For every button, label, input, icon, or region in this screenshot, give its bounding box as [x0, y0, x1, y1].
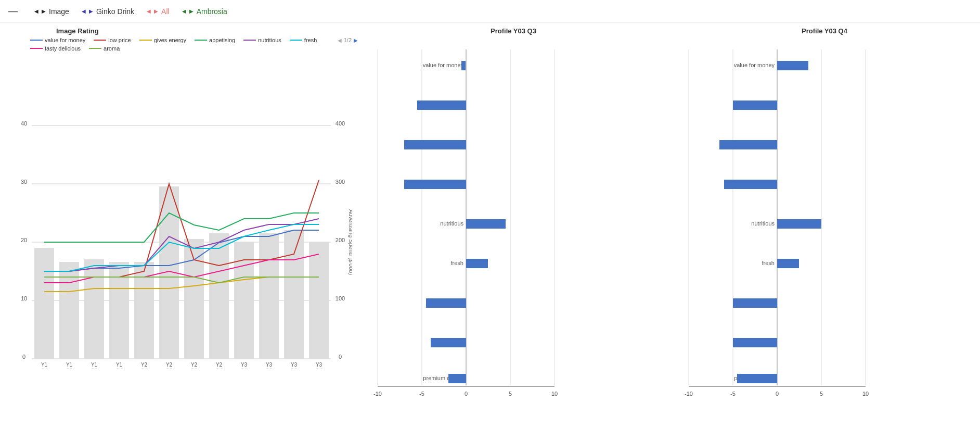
- legend-nutritious: nutritious: [243, 37, 281, 43]
- all-nav: ◀ ▶ All: [147, 7, 170, 16]
- legend-tasty-delicious: tasty delicious: [30, 45, 81, 52]
- x-label-y3q1: Y3: [241, 362, 248, 368]
- bar-y3q3: [284, 230, 304, 359]
- bar-q3-4: [404, 180, 466, 189]
- ginko-nav: ◀ ▶ Ginko Drink: [82, 7, 134, 16]
- bar-y3q2: [259, 233, 279, 359]
- bar-y1q1: [34, 248, 54, 359]
- line-chart-svg: 0 10 20 30 40 0 100 200 300 400 Advertis…: [8, 57, 352, 369]
- bar-q3-3: [404, 140, 466, 149]
- legend-aroma: aroma: [89, 45, 120, 52]
- bar-q4-5: [777, 219, 821, 229]
- x-label-y2q1: Y2: [141, 362, 148, 368]
- bar-q4-3: [719, 140, 777, 149]
- legend-appetising: appetising: [195, 37, 235, 43]
- bar-q3-1: [461, 61, 466, 70]
- y-right-400: 400: [336, 120, 345, 127]
- bar-q4-7: [733, 298, 777, 308]
- image-prev-arrow[interactable]: ◀: [34, 8, 38, 14]
- x-q4-minus10: -10: [685, 391, 693, 397]
- right-panel: Profile Y03 Q3 -10 -5 0 5 10: [362, 27, 976, 423]
- x-label-y3q3b: Q3: [290, 368, 298, 369]
- bar-q4-4: [724, 180, 777, 189]
- bar-q4-1: [777, 61, 808, 70]
- bar-q3-8: [431, 338, 466, 347]
- profile-q4-svg: -10 -5 0 5 10 value for money low price …: [673, 39, 954, 409]
- profile-y03q4: Profile Y03 Q4 -10 -5 0 5 10 value for m…: [673, 27, 976, 423]
- ambrosia-nav: ◀ ▶ Ambrosia: [182, 7, 227, 16]
- chart-title: Image Rating: [56, 27, 358, 35]
- ginko-next-arrow[interactable]: ▶: [89, 8, 93, 14]
- x-label-y2q1b: Q1: [140, 368, 148, 369]
- x-q4-0: 0: [776, 391, 779, 397]
- x-label-y3q2b: Q2: [265, 368, 273, 369]
- image-label: Image: [49, 7, 69, 16]
- y-right-0: 0: [339, 354, 342, 360]
- legend-fresh: fresh: [290, 37, 317, 43]
- x-q3-0: 0: [465, 391, 468, 397]
- x-label-y3q3: Y3: [291, 362, 298, 368]
- x-q4-10: 10: [862, 391, 869, 397]
- bar-y2q1: [134, 262, 154, 359]
- x-label-y2q4b: Q4: [215, 368, 223, 369]
- ambrosia-prev-arrow[interactable]: ◀: [182, 8, 186, 14]
- x-label-y1q2b: Q2: [66, 368, 73, 369]
- y-left-40: 40: [21, 120, 27, 127]
- bar-y1q4: [109, 262, 129, 359]
- legend-gives-energy: gives energy: [139, 37, 186, 43]
- bar-y1q3: [84, 259, 104, 359]
- bar-q4-9: [737, 374, 777, 383]
- bar-y2q3: [184, 239, 204, 359]
- ambrosia-next-arrow[interactable]: ▶: [189, 8, 194, 14]
- image-next-arrow[interactable]: ▶: [42, 8, 46, 14]
- x-q4-5: 5: [820, 391, 823, 397]
- x-label-y3q4: Y3: [316, 362, 323, 368]
- x-label-y1q3: Y1: [91, 362, 98, 368]
- minimize-button[interactable]: —: [8, 6, 18, 17]
- bar-q3-2: [417, 101, 466, 110]
- x-label-y2q2: Y2: [166, 362, 173, 368]
- bar-q3-6: [466, 259, 488, 268]
- all-label: All: [161, 7, 170, 16]
- y-left-20: 20: [21, 237, 27, 243]
- bar-q3-9: [448, 374, 466, 383]
- profile-q3-svg: -10 -5 0 5 10 value for money low price …: [362, 39, 643, 409]
- ginko-prev-arrow[interactable]: ◀: [82, 8, 86, 14]
- line-chart-wrapper: 0 10 20 30 40 0 100 200 300 400 Advertis…: [8, 57, 358, 369]
- cat-q4-6: fresh: [762, 260, 775, 266]
- cat-q4-1: value for money: [734, 62, 775, 68]
- profile-q4-title: Profile Y03 Q4: [673, 27, 976, 35]
- ad-spend-label: Advertising Spend ($'000): [348, 209, 352, 275]
- x-label-y1q3b: Q3: [91, 368, 98, 369]
- all-next-arrow[interactable]: ▶: [154, 8, 158, 14]
- profile-y03q3: Profile Y03 Q3 -10 -5 0 5 10: [362, 27, 665, 423]
- x-label-y3q2: Y3: [266, 362, 273, 368]
- x-q3-10: 10: [551, 391, 558, 397]
- ambrosia-label: Ambrosia: [197, 7, 227, 16]
- top-navigation: — ◀ ▶ Image ◀ ▶ Ginko Drink ◀ ▶ All ◀ ▶ …: [0, 0, 980, 23]
- x-label-y3q1b: Q1: [240, 368, 248, 369]
- ginko-label: Ginko Drink: [96, 7, 134, 16]
- chart-legend: value for money low price gives energy a…: [30, 37, 338, 52]
- legend-value-for-money: value for money: [30, 37, 85, 43]
- x-label-y3q4b: Q4: [315, 368, 323, 369]
- all-prev-arrow[interactable]: ◀: [147, 8, 151, 14]
- bar-q3-7: [426, 298, 466, 308]
- x-label-y2q3b: Q3: [190, 368, 198, 369]
- x-label-y2q2b: Q2: [165, 368, 173, 369]
- legend-next-icon[interactable]: ▶: [354, 37, 358, 43]
- x-q4-minus5: -5: [730, 391, 736, 397]
- bar-y2q4: [209, 233, 229, 359]
- x-q3-minus10: -10: [373, 391, 382, 397]
- legend-page-indicator: 1/2: [344, 37, 352, 43]
- legend-prev-icon[interactable]: ◀: [338, 37, 342, 43]
- image-nav: ◀ ▶ Image: [34, 7, 69, 16]
- bar-y3q1: [234, 242, 254, 359]
- y-left-0: 0: [22, 354, 25, 360]
- bar-q4-2: [733, 101, 777, 110]
- y-right-100: 100: [336, 295, 345, 302]
- cat-q3-5: nutritious: [440, 220, 463, 227]
- main-content: Image Rating value for money low price g…: [0, 23, 980, 427]
- y-left-30: 30: [21, 179, 27, 185]
- x-label-y1q4b: Q4: [115, 368, 123, 369]
